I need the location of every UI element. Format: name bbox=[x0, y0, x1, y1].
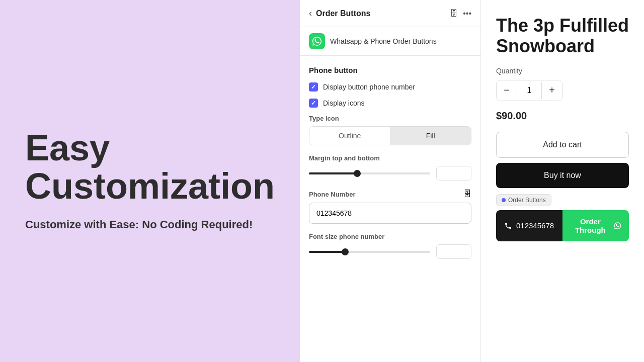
margin-slider-thumb[interactable] bbox=[354, 170, 361, 177]
product-title-line1: The 3p Fulfilled bbox=[496, 15, 629, 36]
font-size-value-box: px bbox=[436, 244, 471, 259]
order-through-label: Order Through bbox=[571, 217, 610, 234]
quantity-label: Quantity bbox=[496, 67, 629, 75]
fill-button[interactable]: Fill bbox=[390, 127, 471, 145]
font-size-label: Font size phone number bbox=[309, 233, 471, 240]
font-size-slider-thumb[interactable] bbox=[342, 248, 349, 255]
order-buttons-badge: Order Buttons bbox=[496, 194, 551, 206]
database-icon[interactable]: 🗄 bbox=[450, 9, 458, 18]
product-title-line2: Snowboard bbox=[496, 36, 595, 56]
buy-now-button[interactable]: Buy it now bbox=[496, 163, 629, 188]
whatsapp-order-button[interactable]: Order Through bbox=[562, 210, 629, 241]
phone-icon bbox=[504, 222, 512, 230]
margin-slider-fill bbox=[309, 172, 357, 174]
app-row: Whatsapp & Phone Order Buttons bbox=[300, 27, 480, 56]
more-icon[interactable]: ••• bbox=[463, 9, 471, 18]
right-area: ‹ Order Buttons 🗄 ••• Whatsapp & Phone O… bbox=[300, 0, 644, 362]
phone-number-display: 012345678 bbox=[516, 221, 554, 230]
badge-dot bbox=[502, 198, 506, 202]
checkbox-phone-row: Display button phone number bbox=[309, 82, 471, 92]
settings-panel: ‹ Order Buttons 🗄 ••• Whatsapp & Phone O… bbox=[300, 0, 481, 362]
phone-number-input[interactable] bbox=[309, 203, 471, 224]
whatsapp-icon bbox=[614, 221, 621, 230]
quantity-value: 1 bbox=[517, 82, 542, 99]
checkbox-phone-label: Display button phone number bbox=[323, 83, 415, 91]
phone-database-icon[interactable]: 🗄 bbox=[463, 190, 471, 199]
add-to-cart-button[interactable]: Add to cart bbox=[496, 132, 629, 158]
checkbox-icons-row: Display icons bbox=[309, 99, 471, 108]
headline-line1: Easy bbox=[25, 128, 110, 168]
margin-label: Margin top and bottom bbox=[309, 154, 471, 162]
quantity-increase-button[interactable]: + bbox=[542, 80, 562, 101]
panel-header: ‹ Order Buttons 🗄 ••• bbox=[300, 0, 480, 27]
subtitle: Customize with Ease: No Coding Required! bbox=[25, 217, 275, 233]
phone-number-label: Phone Number bbox=[309, 191, 355, 198]
app-name: Whatsapp & Phone Order Buttons bbox=[330, 37, 437, 45]
margin-slider-track[interactable] bbox=[309, 172, 430, 174]
font-size-value-input[interactable] bbox=[437, 245, 471, 258]
font-size-slider-row: px bbox=[309, 244, 471, 259]
left-panel: Easy Customization Customize with Ease: … bbox=[0, 0, 300, 362]
checkbox-icons-label: Display icons bbox=[323, 99, 364, 107]
type-icon-toggle: Outline Fill bbox=[309, 126, 471, 145]
panel-header-left: ‹ Order Buttons bbox=[309, 8, 370, 19]
margin-value-input[interactable] bbox=[437, 166, 471, 180]
panel-title: Order Buttons bbox=[316, 9, 370, 18]
quantity-control: − 1 + bbox=[496, 80, 562, 101]
order-row: 012345678 Order Through bbox=[496, 210, 629, 241]
badge-label: Order Buttons bbox=[508, 197, 546, 204]
phone-number-row: Phone Number 🗄 bbox=[309, 190, 471, 199]
whatsapp-app-icon bbox=[309, 33, 325, 49]
left-content: Easy Customization Customize with Ease: … bbox=[25, 129, 275, 233]
price: $90.00 bbox=[496, 110, 629, 122]
panel-header-actions: 🗄 ••• bbox=[450, 9, 471, 18]
back-button[interactable]: ‹ bbox=[309, 8, 312, 19]
margin-slider-row: px bbox=[309, 166, 471, 180]
headline: Easy Customization bbox=[25, 129, 275, 205]
section-title: Phone button bbox=[309, 66, 471, 74]
phone-order-button[interactable]: 012345678 bbox=[496, 210, 562, 241]
preview-panel: The 3p Fulfilled Snowboard Quantity − 1 … bbox=[481, 0, 644, 362]
checkbox-phone[interactable] bbox=[309, 82, 318, 92]
type-icon-label: Type icon bbox=[309, 115, 471, 122]
margin-value-box: px bbox=[436, 166, 471, 180]
quantity-decrease-button[interactable]: − bbox=[497, 80, 517, 101]
outline-button[interactable]: Outline bbox=[309, 127, 390, 145]
font-size-slider-track[interactable] bbox=[309, 251, 430, 253]
checkbox-icons[interactable] bbox=[309, 99, 318, 108]
product-title: The 3p Fulfilled Snowboard bbox=[496, 15, 629, 57]
font-size-slider-fill bbox=[309, 251, 345, 253]
panel-body: Phone button Display button phone number… bbox=[300, 56, 480, 362]
headline-line2: Customization bbox=[25, 166, 275, 206]
